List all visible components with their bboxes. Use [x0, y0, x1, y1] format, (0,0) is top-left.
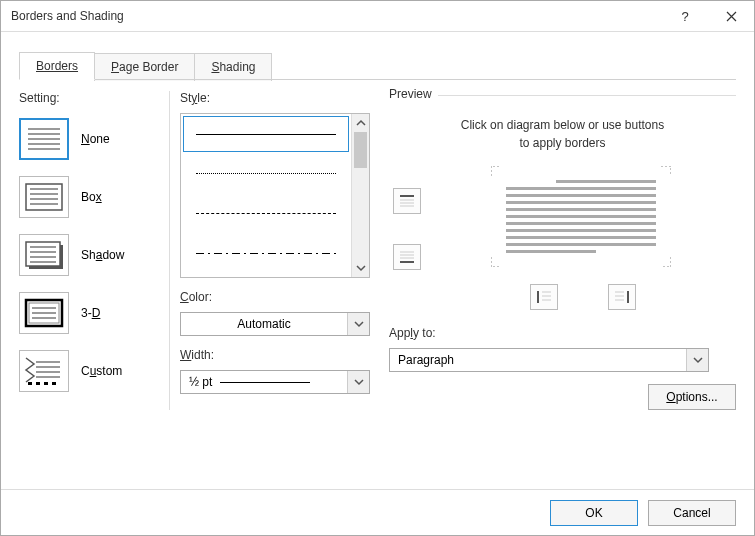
width-combo[interactable]: ½ pt	[180, 370, 370, 394]
preview-paragraph	[506, 180, 656, 253]
svg-rect-37	[400, 261, 414, 263]
border-left-button[interactable]	[530, 284, 558, 310]
tab-divider	[19, 79, 736, 80]
options-button[interactable]: Options...	[648, 384, 736, 410]
setting-box-icon	[19, 176, 69, 218]
setting-none-label: None	[81, 132, 110, 146]
width-value: ½ pt	[189, 375, 212, 389]
chevron-down-icon	[354, 377, 364, 387]
width-combo-button[interactable]	[347, 371, 369, 393]
corner-br-icon	[661, 257, 671, 267]
cancel-button[interactable]: Cancel	[648, 500, 736, 526]
setting-custom-icon	[19, 350, 69, 392]
scroll-track[interactable]	[352, 132, 369, 259]
tab-shading[interactable]: Shading	[194, 53, 272, 81]
svg-rect-27	[36, 382, 40, 385]
chevron-up-icon	[356, 118, 366, 128]
corner-tl-icon	[491, 166, 501, 176]
apply-to-combo[interactable]: Paragraph	[389, 348, 709, 372]
style-scrollbar[interactable]	[351, 114, 369, 277]
tab-bar: Borders Page Border Shading	[19, 52, 754, 80]
setting-none-icon	[19, 118, 69, 160]
scroll-thumb[interactable]	[354, 132, 367, 168]
svg-rect-38	[537, 291, 539, 303]
tab-page-border[interactable]: Page Border	[94, 53, 195, 81]
width-label: Width:	[180, 348, 379, 362]
dialog-footer: OK Cancel	[1, 489, 754, 535]
style-item-dotted[interactable]	[181, 154, 351, 194]
tab-label: Borders	[36, 59, 78, 73]
apply-to-combo-button[interactable]	[686, 349, 708, 371]
svg-rect-6	[26, 184, 62, 210]
setting-3d-icon	[19, 292, 69, 334]
border-right-icon	[613, 289, 631, 305]
color-value: Automatic	[181, 317, 347, 331]
tab-label: Shading	[211, 60, 255, 74]
style-items	[181, 114, 351, 277]
corner-bl-icon	[491, 257, 501, 267]
color-label: Color:	[180, 290, 379, 304]
apply-to-value: Paragraph	[390, 353, 686, 367]
chevron-down-icon	[356, 263, 366, 273]
preview-bottom-buttons	[429, 284, 736, 310]
ok-button[interactable]: OK	[550, 500, 638, 526]
svg-rect-45	[627, 291, 629, 303]
borders-shading-dialog: Borders and Shading ? Borders Page Borde…	[0, 0, 755, 536]
svg-rect-30	[400, 195, 414, 197]
preview-side-buttons	[389, 166, 425, 270]
setting-option-custom[interactable]: Custom	[19, 345, 169, 397]
style-label: Style:	[180, 91, 379, 105]
window-title: Borders and Shading	[11, 9, 662, 23]
setting-label: Setting:	[19, 91, 169, 105]
apply-to-label: Apply to:	[389, 326, 736, 340]
setting-column: Setting: None Box Shadow	[19, 91, 169, 410]
options-label: Options...	[666, 390, 717, 404]
setting-shadow-icon	[19, 234, 69, 276]
chevron-down-icon	[354, 319, 364, 329]
style-item-dashed-fine[interactable]	[181, 194, 351, 234]
tab-borders[interactable]: Borders	[19, 52, 95, 80]
preview-diagram[interactable]	[425, 166, 736, 270]
style-item-solid[interactable]	[183, 116, 349, 152]
width-value-wrap: ½ pt	[181, 375, 347, 389]
preview-area	[389, 166, 736, 270]
setting-option-none[interactable]: None	[19, 113, 169, 165]
preview-column: Preview Click on diagram below or use bu…	[389, 91, 736, 410]
close-button[interactable]	[708, 1, 754, 32]
setting-option-3d[interactable]: 3-D	[19, 287, 169, 339]
setting-option-box[interactable]: Box	[19, 171, 169, 223]
setting-shadow-label: Shadow	[81, 248, 124, 262]
svg-rect-28	[44, 382, 48, 385]
svg-rect-29	[52, 382, 56, 385]
preview-hint: Click on diagram below or use buttonsto …	[389, 116, 736, 152]
scroll-up-button[interactable]	[352, 114, 369, 132]
border-bottom-icon	[398, 249, 416, 265]
style-listbox[interactable]	[180, 113, 370, 278]
border-left-icon	[535, 289, 553, 305]
apply-to-row: Apply to: Paragraph Options...	[389, 326, 736, 410]
style-column: Style: Color: Automatic Widt	[169, 91, 379, 410]
setting-box-label: Box	[81, 190, 102, 204]
tab-label: Page Border	[111, 60, 178, 74]
setting-option-shadow[interactable]: Shadow	[19, 229, 169, 281]
width-sample-line	[220, 382, 310, 383]
border-bottom-button[interactable]	[393, 244, 421, 270]
scroll-down-button[interactable]	[352, 259, 369, 277]
svg-rect-26	[28, 382, 32, 385]
border-top-icon	[398, 193, 416, 209]
setting-3d-label: 3-D	[81, 306, 100, 320]
setting-custom-label: Custom	[81, 364, 122, 378]
color-combo-button[interactable]	[347, 313, 369, 335]
help-button[interactable]: ?	[662, 1, 708, 32]
color-combo[interactable]: Automatic	[180, 312, 370, 336]
corner-tr-icon	[661, 166, 671, 176]
preview-legend: Preview	[389, 87, 438, 101]
cancel-label: Cancel	[673, 506, 710, 520]
titlebar: Borders and Shading ?	[1, 1, 754, 32]
chevron-down-icon	[693, 355, 703, 365]
border-right-button[interactable]	[608, 284, 636, 310]
style-item-dash-dot[interactable]	[181, 234, 351, 274]
preview-fieldset: Preview Click on diagram below or use bu…	[389, 95, 736, 310]
border-top-button[interactable]	[393, 188, 421, 214]
ok-label: OK	[585, 506, 602, 520]
